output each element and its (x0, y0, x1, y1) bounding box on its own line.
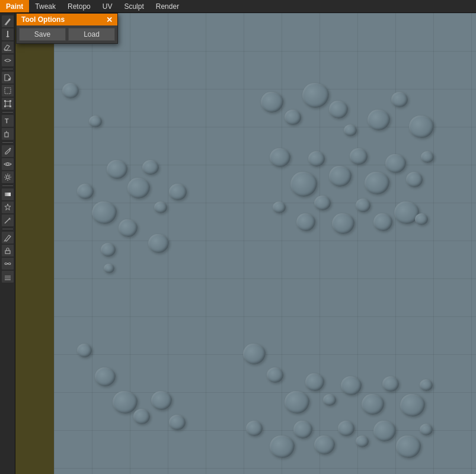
svg-point-13 (7, 163, 9, 165)
tool-options-title: Tool Options ✕ (17, 14, 117, 25)
settings-tool[interactable] (2, 171, 14, 183)
droplet (415, 213, 428, 225)
svg-rect-15 (5, 193, 11, 196)
eyedropper-tool[interactable] (2, 145, 14, 157)
droplet (382, 376, 399, 392)
droplet (246, 421, 263, 436)
zoom-tool[interactable] (2, 128, 14, 140)
droplet (154, 201, 167, 213)
menu-render[interactable]: Render (150, 0, 185, 12)
droplet (101, 243, 116, 257)
droplet (314, 196, 331, 210)
droplet (133, 409, 150, 424)
svg-point-2 (8, 78, 11, 81)
tool-options-label: Tool Options (21, 15, 65, 24)
brush-tool[interactable] (2, 15, 14, 27)
menu-paint[interactable]: Paint (0, 0, 29, 12)
side-panel (15, 13, 54, 474)
svg-point-12 (9, 148, 11, 150)
tool-divider-4 (2, 185, 13, 186)
tool-divider-3 (2, 142, 13, 143)
menubar: Paint Tweak Retopo UV Sculpt Render (0, 0, 476, 13)
svg-rect-4 (5, 101, 10, 106)
droplet (421, 151, 434, 163)
svg-rect-6 (9, 100, 11, 102)
svg-point-14 (6, 176, 9, 179)
fill-tool[interactable] (2, 72, 14, 84)
svg-rect-7 (4, 105, 6, 107)
close-icon[interactable]: ✕ (106, 16, 113, 24)
droplet (285, 110, 301, 125)
magic-tool[interactable] (2, 201, 14, 213)
droplet (142, 160, 159, 175)
load-button[interactable]: Load (68, 28, 115, 41)
text-tool[interactable]: T (2, 115, 14, 127)
droplet (391, 92, 408, 107)
eye-tool[interactable] (2, 158, 14, 170)
toolbar: T (0, 13, 15, 474)
tool-divider-1 (2, 69, 13, 69)
droplet (420, 424, 433, 435)
tool-divider-5 (2, 229, 13, 229)
droplet (169, 415, 186, 430)
droplet (267, 367, 283, 383)
tool-options-actions: Save Load (17, 25, 117, 43)
droplet (350, 148, 368, 165)
menu-uv[interactable]: UV (97, 0, 119, 12)
droplet (89, 116, 102, 127)
menu-sculpt[interactable]: Sculpt (118, 0, 149, 12)
tool-divider-2 (2, 112, 13, 113)
butterfly-tool[interactable] (2, 258, 14, 270)
menu-tweak[interactable]: Tweak (29, 0, 62, 12)
selection-tool[interactable] (2, 85, 14, 97)
droplet (169, 184, 187, 200)
pen-tool[interactable] (2, 232, 14, 244)
main-canvas (54, 13, 476, 474)
paint-tool[interactable] (2, 28, 14, 40)
svg-rect-3 (5, 88, 11, 94)
wand-tool[interactable] (2, 214, 14, 226)
svg-rect-10 (5, 133, 8, 137)
canvas-background (54, 13, 476, 474)
droplet (338, 421, 354, 436)
droplet (77, 184, 94, 199)
droplet (273, 201, 286, 213)
droplet (323, 394, 336, 406)
droplet (308, 151, 325, 166)
menu-retopo[interactable]: Retopo (62, 0, 97, 12)
droplet (77, 344, 92, 357)
svg-rect-5 (4, 100, 6, 102)
droplet (356, 198, 370, 212)
grid-tool[interactable] (2, 271, 14, 283)
gradient-tool[interactable] (2, 188, 14, 200)
stamp-tool[interactable] (2, 245, 14, 257)
droplet (356, 435, 369, 447)
save-button[interactable]: Save (19, 28, 66, 41)
svg-text:T: T (5, 117, 9, 124)
droplet (406, 172, 423, 187)
tool-options-panel: Tool Options ✕ Save Load (16, 13, 118, 44)
droplet (420, 379, 433, 391)
svg-rect-8 (9, 105, 11, 107)
svg-rect-17 (5, 251, 10, 254)
transform-tool[interactable] (2, 98, 14, 110)
eraser-tool[interactable] (2, 41, 14, 53)
smear-tool[interactable] (2, 55, 14, 66)
droplet (104, 264, 114, 273)
droplet (344, 124, 357, 136)
droplet (62, 83, 79, 98)
